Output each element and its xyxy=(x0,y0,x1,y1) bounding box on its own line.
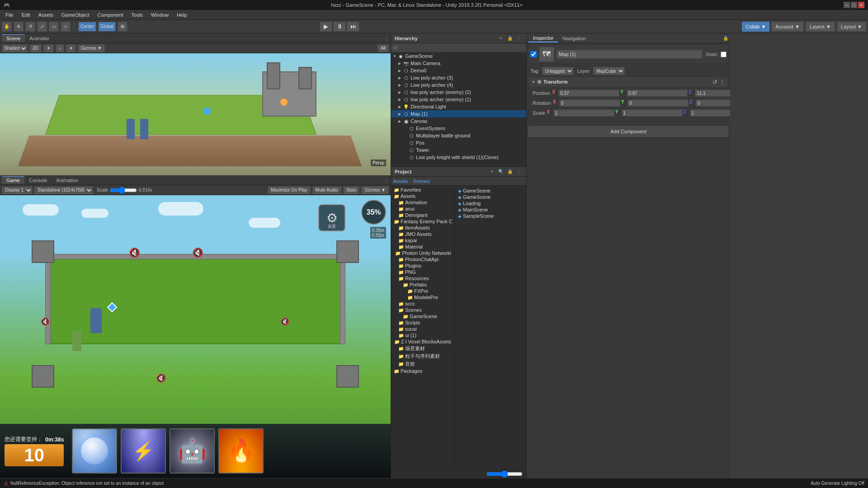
scale-x[interactable] xyxy=(553,109,614,117)
rotation-z[interactable] xyxy=(696,99,730,107)
menu-edit[interactable]: Edit xyxy=(18,11,34,19)
speaker-icon-2[interactable]: 🔇 xyxy=(192,247,203,258)
menu-help[interactable]: Help xyxy=(173,11,191,19)
project-tree-item[interactable]: 📁 anui xyxy=(392,206,453,212)
project-search-btn[interactable]: 🔍 xyxy=(497,168,505,175)
grid-btn[interactable]: ⊞ xyxy=(118,22,127,32)
minimize-button[interactable]: ─ xyxy=(844,2,850,8)
menu-tools[interactable]: Tools xyxy=(127,11,146,19)
hierarchy-item[interactable]: ▶ ⬡ Map (1) xyxy=(391,110,526,117)
tab-inspector[interactable]: Inspector xyxy=(528,34,558,42)
mute-audio[interactable]: Mute Audio xyxy=(312,186,341,194)
hierarchy-item[interactable]: ⬡ Multiplayer battle ground xyxy=(391,132,526,139)
project-tree-item[interactable]: 📁 Fantasy Enemy Pack C xyxy=(392,218,453,225)
maximize-button[interactable]: □ xyxy=(851,2,857,8)
shading-select[interactable]: Shaded xyxy=(2,44,28,52)
scale-z[interactable] xyxy=(690,109,730,117)
project-tree-item[interactable]: 📁 kapai xyxy=(392,237,453,244)
hierarchy-item[interactable]: ⬡ Pos xyxy=(391,139,526,146)
project-tree-item[interactable]: 📁 Photon Unity Networki xyxy=(392,250,453,256)
hierarchy-item[interactable]: ▶ 💡 Directional Light xyxy=(391,103,526,110)
hotbar-item-gear[interactable]: 🤖 xyxy=(170,428,215,474)
project-file-item[interactable]: ◈ GameScene xyxy=(456,188,524,194)
position-z[interactable] xyxy=(695,89,730,97)
tab-game[interactable]: Game xyxy=(2,176,24,184)
hierarchy-item[interactable]: ▶ ⬡ Low poly archer (4) xyxy=(391,81,526,89)
window-controls[interactable]: ─ □ ✕ xyxy=(844,2,864,8)
hierarchy-search[interactable] xyxy=(391,43,526,52)
project-tree-item[interactable]: 📁 PhotonChatApi xyxy=(392,256,453,263)
game-gizmos-btn[interactable]: Gizmos ▼ xyxy=(361,186,389,194)
object-active-toggle[interactable] xyxy=(530,51,537,57)
project-tree-item[interactable]: 📁 FXPre xyxy=(392,288,453,294)
project-tree-item[interactable]: 📁 粒子与序列素材 xyxy=(392,352,453,360)
project-tree-item[interactable]: 📁 Assets xyxy=(392,193,453,199)
project-file-item[interactable]: ◈ GameScene xyxy=(456,194,524,200)
account-button[interactable]: Account ▼ xyxy=(771,22,804,32)
menu-component[interactable]: Component xyxy=(94,11,127,19)
breadcrumb-assets[interactable]: Assets xyxy=(393,178,408,184)
project-tree-item[interactable]: 📁 Resources xyxy=(392,275,453,282)
tool-scale[interactable]: ⤢ xyxy=(37,22,47,32)
hotbar-item-fire[interactable]: 🔥 xyxy=(218,428,264,474)
project-tree-item[interactable]: 📁 GameScene xyxy=(392,313,453,319)
close-button[interactable]: ✕ xyxy=(858,2,864,8)
project-file-item[interactable]: ◈ MainScene xyxy=(456,206,524,213)
project-tree-item[interactable]: 📁 ItemAssets xyxy=(392,225,453,231)
project-tree-item[interactable]: 📁 sccc xyxy=(392,300,453,307)
project-tree-item[interactable]: 📁 Animation xyxy=(392,199,453,206)
inspector-lock[interactable]: 🔒 xyxy=(723,36,728,41)
menu-gameobject[interactable]: GameObject xyxy=(58,11,93,19)
stats-btn[interactable]: Stats xyxy=(343,186,360,194)
tab-animation[interactable]: Animation xyxy=(52,177,83,184)
speaker-icon-5[interactable]: 🔇 xyxy=(156,373,166,383)
settings-button[interactable]: ⚙ 设置 xyxy=(318,204,345,231)
project-tree-item[interactable]: 📁 Prefabs xyxy=(392,282,453,288)
project-tree-item[interactable]: 📁 ModelePre xyxy=(392,294,453,300)
hierarchy-item[interactable]: ▶ ⬡ Demo0 xyxy=(391,67,526,74)
add-component-button[interactable]: Add Component xyxy=(528,126,728,137)
transform-header[interactable]: ▼ ⊕ Transform ↺ ⋮ xyxy=(529,77,728,87)
breadcrumb-scenes[interactable]: Scenes xyxy=(413,178,430,184)
tab-console[interactable]: Console xyxy=(24,177,52,184)
display-select[interactable]: Display 1 xyxy=(2,186,33,194)
rotation-y[interactable] xyxy=(627,99,689,107)
hierarchy-item[interactable]: ▶ ▣ Canvas xyxy=(391,117,526,125)
layer-select[interactable]: MapCube xyxy=(593,67,625,75)
hierarchy-item[interactable]: ▶ ⬡ Low poly archer (3) xyxy=(391,74,526,81)
scale-y[interactable] xyxy=(622,109,683,117)
rotation-x[interactable] xyxy=(559,99,620,107)
step-button[interactable]: ⏭ xyxy=(347,22,359,32)
project-tree-item[interactable]: 📁 Packages xyxy=(392,368,453,374)
2d-toggle[interactable]: 2D xyxy=(29,44,42,52)
project-tree-item[interactable]: 📁 Demigiant xyxy=(392,212,453,218)
global-toggle[interactable]: Global xyxy=(98,22,116,32)
project-menu-btn[interactable]: ⋮ xyxy=(515,168,523,175)
tool-hand[interactable]: ✋ xyxy=(2,22,12,32)
scene-3d-view[interactable]: Persp xyxy=(0,53,391,175)
project-tree-item[interactable]: 📁 sucai xyxy=(392,326,453,332)
position-x[interactable] xyxy=(558,89,619,97)
project-tree-item[interactable]: 📁 Z I Voxel BlocksAssets xyxy=(392,338,453,345)
project-tree-item[interactable]: 📁 Favorites xyxy=(392,187,453,193)
hierarchy-menu-btn[interactable]: ⋮ xyxy=(515,35,523,42)
static-checkbox[interactable] xyxy=(721,52,726,57)
pause-button[interactable]: ⏸ xyxy=(333,22,346,32)
hierarchy-item[interactable]: ⬡ Low poly knight with shield (1)(Clone) xyxy=(391,154,526,161)
lighting-btn[interactable]: ☀ xyxy=(43,44,54,52)
menu-file[interactable]: File xyxy=(2,11,17,19)
speaker-icon-1[interactable]: 🔇 xyxy=(129,247,140,258)
project-tree-item[interactable]: 📁 JMO Assets xyxy=(392,231,453,237)
project-lock-btn[interactable]: 🔒 xyxy=(506,168,514,175)
game-view-options[interactable]: ⋮ xyxy=(384,178,389,183)
project-tree-item[interactable]: 📁 场景素材 xyxy=(392,345,453,352)
tool-transform[interactable]: ⊹ xyxy=(61,22,71,32)
resolution-select[interactable]: Standalone (1024x768) xyxy=(34,186,93,194)
project-tree-item[interactable]: 📁 Scenes xyxy=(392,307,453,313)
project-tree-item[interactable]: 📁 PNG xyxy=(392,269,453,275)
tool-rotate[interactable]: ↺ xyxy=(25,22,35,32)
hierarchy-lock-btn[interactable]: 🔒 xyxy=(506,35,514,42)
project-zoom-slider[interactable] xyxy=(486,470,523,478)
project-tree-item[interactable]: 📁 Plugins xyxy=(392,263,453,269)
hierarchy-item[interactable]: ⬡ EventSystem xyxy=(391,125,526,132)
